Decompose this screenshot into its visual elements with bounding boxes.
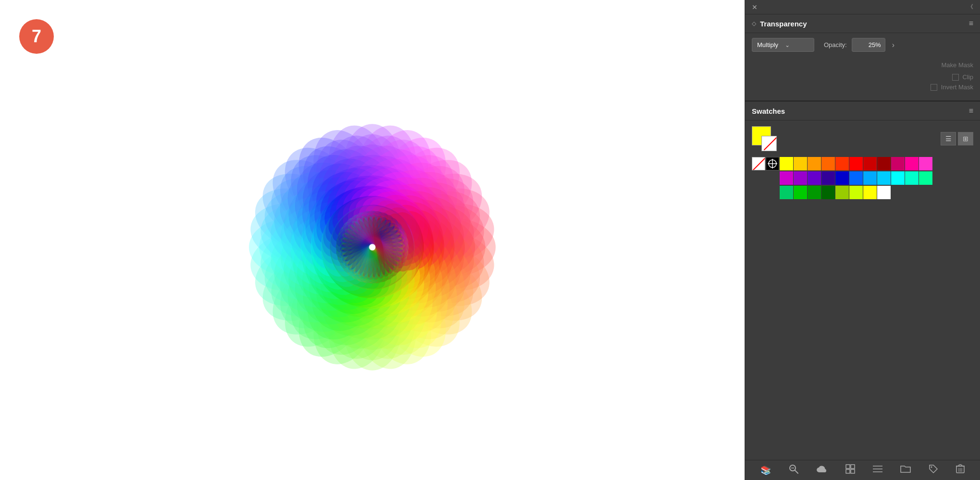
mask-controls: Make Mask Clip Invert Mask [745, 57, 980, 100]
step-badge: 7 [19, 19, 54, 54]
swatch[interactable] [821, 186, 835, 199]
swatch[interactable] [808, 186, 821, 199]
swatch[interactable] [835, 186, 849, 199]
transparency-header: ◇ Transparency ≡ [745, 14, 980, 33]
svg-rect-442 [851, 469, 855, 473]
clip-row: Clip [752, 73, 973, 81]
svg-rect-441 [846, 469, 850, 473]
trash-icon[interactable] [956, 464, 965, 476]
transparency-menu-icon[interactable]: ≡ [969, 19, 973, 28]
collapse-button[interactable]: 《 [968, 3, 973, 11]
grid-view-icon[interactable]: ⊞ [958, 132, 973, 145]
clip-checkbox[interactable] [952, 74, 959, 81]
swatch[interactable] [905, 157, 919, 170]
swatch-row-3 [780, 186, 973, 199]
blend-mode-dropdown[interactable]: Multiply ⌄ [752, 38, 814, 52]
swatch-selected[interactable] [877, 186, 891, 199]
swatch[interactable] [835, 157, 849, 170]
swatch[interactable] [794, 171, 807, 185]
large-swatch-area: ☰ ⊞ [745, 120, 980, 155]
swatch[interactable] [808, 157, 821, 170]
color-wheel-svg: .petal { opacity: 0.35; } [209, 84, 536, 410]
swatch-stack [752, 126, 777, 151]
swatch[interactable] [905, 171, 919, 185]
swatch[interactable] [877, 157, 891, 170]
swatch[interactable] [891, 171, 905, 185]
swatches-toolbar: 📚 [745, 460, 980, 480]
svg-line-437 [795, 470, 798, 473]
opacity-arrow-icon[interactable]: › [892, 41, 894, 49]
cloud-icon[interactable] [816, 465, 828, 476]
swatches-header: Swatches ≡ [745, 101, 980, 120]
right-panel: ✕ 《 ◇ Transparency ≡ Multiply ⌄ Opacity:… [745, 0, 980, 480]
transparency-panel: ◇ Transparency ≡ Multiply ⌄ Opacity: 25%… [745, 14, 980, 101]
list-view-icon[interactable]: ☰ [941, 132, 956, 145]
swatch-row-1 [752, 157, 973, 170]
close-button[interactable]: ✕ [752, 3, 758, 11]
swatch[interactable] [849, 186, 863, 199]
swatch[interactable] [919, 157, 932, 170]
invert-mask-checkbox[interactable] [931, 84, 937, 91]
swatch[interactable] [891, 157, 905, 170]
swatches-panel: Swatches ≡ ☰ ⊞ [745, 101, 980, 480]
swatch[interactable] [794, 157, 807, 170]
swatch[interactable] [780, 157, 793, 170]
window-titlebar: ✕ 《 [745, 0, 980, 14]
blend-row: Multiply ⌄ Opacity: 25% › [745, 33, 980, 57]
chevron-down-icon: ⌄ [785, 42, 809, 48]
swatch[interactable] [821, 157, 835, 170]
swatches-grid-area [745, 155, 980, 460]
register-swatch[interactable] [766, 157, 779, 170]
none-slash [764, 136, 777, 150]
tag-icon[interactable] [929, 464, 938, 476]
swatch[interactable] [849, 171, 863, 185]
svg-line-432 [752, 157, 765, 170]
badge-number: 7 [32, 26, 41, 47]
swatch[interactable] [877, 171, 891, 185]
make-mask-button[interactable]: Make Mask [752, 60, 973, 70]
svg-rect-440 [851, 465, 855, 468]
list-icon[interactable] [873, 465, 882, 475]
transparency-title: Transparency [760, 20, 807, 28]
invert-mask-row: Invert Mask [752, 84, 973, 91]
none-swatch[interactable] [752, 157, 765, 170]
swatch[interactable] [919, 171, 932, 185]
clip-label: Clip [963, 73, 973, 81]
swatch[interactable] [863, 186, 877, 199]
background-swatch[interactable] [761, 136, 777, 151]
left-area: 7 .petal { opacity: 0.35; } [0, 0, 745, 480]
swatch[interactable] [794, 186, 807, 199]
swatch[interactable] [849, 157, 863, 170]
swatch[interactable] [808, 171, 821, 185]
swatch-row-2 [780, 171, 973, 185]
swatch[interactable] [863, 171, 877, 185]
swatches-title: Swatches [752, 107, 785, 115]
swatch[interactable] [863, 157, 877, 170]
swatch[interactable] [835, 171, 849, 185]
opacity-label: Opacity: [824, 41, 847, 48]
swatch[interactable] [780, 186, 793, 199]
color-wheel-container: .petal { opacity: 0.35; } [209, 84, 536, 410]
library-icon[interactable]: 📚 [760, 465, 771, 476]
svg-rect-439 [846, 465, 850, 468]
blend-mode-value: Multiply [757, 41, 781, 48]
panel-header-left: ◇ Transparency [752, 20, 807, 28]
swatches-menu-icon[interactable]: ≡ [969, 107, 973, 115]
folder-icon[interactable] [900, 465, 911, 476]
swatch[interactable] [821, 171, 835, 185]
swatch[interactable] [780, 171, 793, 185]
svg-point-446 [931, 467, 932, 468]
search-icon[interactable] [789, 464, 798, 476]
diamond-icon: ◇ [752, 20, 756, 27]
swatch-view-icons: ☰ ⊞ [941, 132, 973, 145]
invert-mask-label: Invert Mask [941, 84, 973, 91]
swatches-icons: ≡ [969, 107, 973, 115]
grid-icon[interactable] [845, 464, 855, 476]
opacity-input[interactable]: 25% [852, 38, 885, 52]
